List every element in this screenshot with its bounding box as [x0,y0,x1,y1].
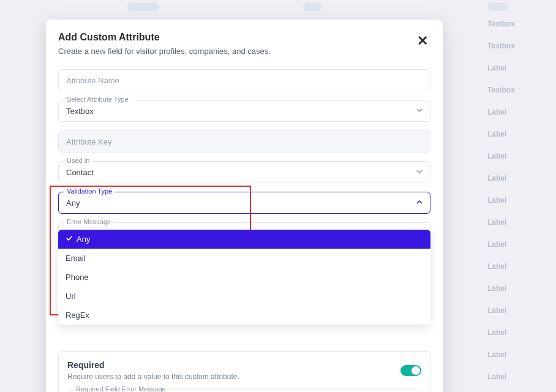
dropdown-option-email[interactable]: Email [58,249,430,268]
dropdown-option-label: Any [77,235,90,244]
bg-label: Label [487,262,506,271]
bg-label: Label [487,196,506,205]
used-in-label: Used in [64,157,92,164]
attribute-type-label: Select Attribute Type [64,96,131,103]
required-error-field: Required Field Error Message [67,390,421,392]
attribute-name-input[interactable] [58,69,430,91]
required-error-label: Required Field Error Message [73,385,168,392]
add-attribute-modal: Add Custom Attribute Create a new field … [46,20,443,392]
required-section: Required Require users to add a value to… [58,351,430,392]
bg-label: Label [487,108,506,116]
bg-label: Label [487,328,506,337]
attribute-key-input[interactable] [58,130,430,153]
bg-label: Label [487,306,506,315]
bg-label: Label [487,174,506,183]
modal-title: Add Custom Attribute [58,32,271,43]
bg-label: Label [487,218,506,227]
toggle-knob [411,366,420,375]
bg-label: Textbox [487,42,515,50]
modal-subtitle: Create a new field for visitor profiles,… [58,47,271,56]
dropdown-option-regex[interactable]: RegEx [58,306,430,325]
bg-label: Label [487,130,506,138]
dropdown-option-label: Email [66,254,86,263]
validation-type-select[interactable] [58,192,430,214]
dropdown-option-label: Phone [66,273,89,282]
dropdown-option-label: Url [66,292,76,301]
attribute-type-select[interactable] [58,100,430,122]
bg-label: Label [487,64,506,72]
attribute-type-field: Select Attribute Type [58,100,430,122]
attribute-key-field [58,130,430,153]
dropdown-option-label: RegEx [66,311,89,320]
bg-label: Label [487,284,506,293]
attribute-name-field [58,69,430,91]
bg-label: Label [487,372,506,381]
dropdown-option-phone[interactable]: Phone [58,268,430,287]
required-toggle[interactable] [400,365,421,376]
validation-type-field: Validation Type Any Email [58,192,430,214]
required-description: Require users to add a value to this cus… [67,372,239,381]
bg-label: Label [487,350,506,359]
form-grid: Select Attribute Type Used in Validation… [58,69,430,392]
error-message-label: Error Message [64,218,113,225]
validation-type-dropdown: Any Email Phone Url RegEx [58,230,430,325]
bg-pill [127,2,159,11]
used-in-select[interactable] [58,161,430,183]
required-title: Required [67,360,239,370]
validation-type-label: Validation Type [64,187,115,195]
bg-pill [487,2,508,11]
required-header: Required Require users to add a value to… [67,360,421,381]
close-button[interactable]: ✕ [415,32,430,50]
bg-label: Label [487,240,506,249]
check-icon [66,235,77,244]
bg-label: Textbox [487,86,515,94]
used-in-field: Used in [58,161,430,183]
modal-header: Add Custom Attribute Create a new field … [58,32,430,56]
close-icon: ✕ [417,33,428,48]
bg-label: Textbox [487,20,515,28]
dropdown-option-any[interactable]: Any [58,230,430,249]
bg-pill [303,2,321,11]
bg-label: Label [487,152,506,160]
dropdown-option-url[interactable]: Url [58,287,430,306]
